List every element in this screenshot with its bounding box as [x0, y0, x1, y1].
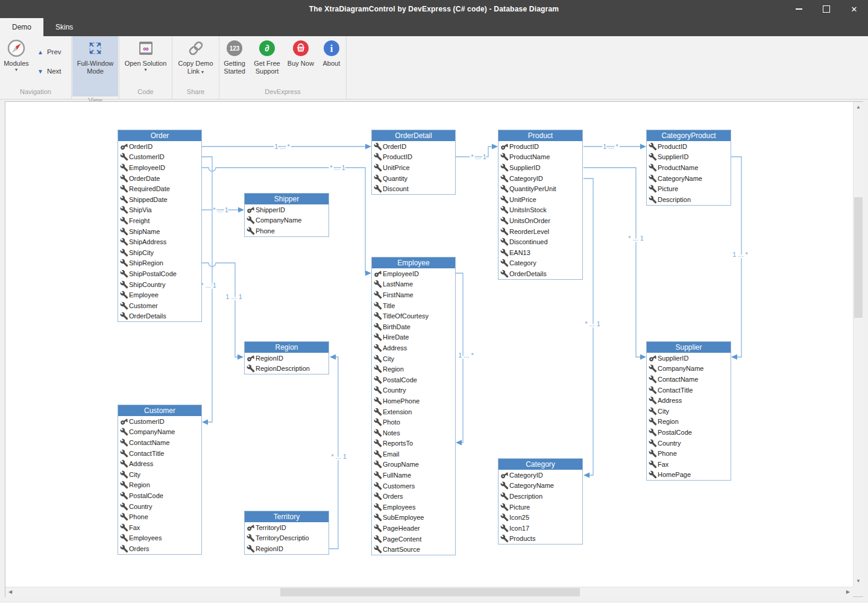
field-row[interactable]: Country [647, 438, 731, 449]
field-row[interactable]: Address [372, 343, 455, 353]
horizontal-scrollbar[interactable]: ◀ ▶ [5, 587, 853, 597]
field-row[interactable]: OrderID [372, 141, 455, 152]
field-row[interactable]: Employee [118, 289, 201, 300]
field-row[interactable]: Region [118, 480, 201, 491]
field-row[interactable]: UnitPrice [498, 194, 582, 205]
field-row[interactable]: ProductID [372, 152, 455, 163]
field-row[interactable]: ContactName [647, 374, 731, 385]
scroll-right-icon[interactable]: ▶ [846, 590, 850, 595]
field-row[interactable]: ShipAddress [118, 236, 201, 247]
entity-table-category[interactable]: CategoryCategoryIDCategoryNameDescriptio… [498, 458, 583, 545]
field-row[interactable]: QuantityPerUnit [498, 183, 582, 194]
entity-table-order[interactable]: OrderOrderIDCustomerIDEmployeeIDOrderDat… [118, 130, 202, 322]
field-row[interactable]: CategoryID [498, 173, 582, 184]
field-row[interactable]: Region [372, 364, 455, 374]
field-row[interactable]: PostalCode [118, 490, 201, 501]
field-row[interactable]: City [372, 353, 455, 364]
field-row[interactable]: UnitsOnOrder [498, 215, 582, 226]
field-row[interactable]: Photo [372, 417, 455, 428]
field-row[interactable]: ShippedDate [118, 194, 201, 205]
field-row[interactable]: OrderID [118, 141, 201, 152]
field-row[interactable]: Customer [118, 300, 201, 311]
field-row[interactable]: Region [647, 417, 731, 428]
vertical-scrollbar[interactable]: ▲ ▼ [853, 102, 863, 587]
field-row[interactable]: PostalCode [647, 427, 731, 438]
field-row[interactable]: CompanyName [647, 364, 731, 374]
field-row[interactable]: HomePhone [372, 396, 455, 406]
field-row[interactable]: Address [647, 395, 731, 406]
field-row[interactable]: TerritoryID [245, 522, 329, 533]
table-header[interactable]: Supplier [647, 342, 731, 353]
field-row[interactable]: Orders [372, 491, 455, 502]
field-row[interactable]: Icon17 [498, 523, 582, 534]
field-row[interactable]: RegionDescription [245, 364, 329, 374]
field-row[interactable]: Notes [372, 428, 455, 438]
table-header[interactable]: Order [118, 130, 201, 141]
field-row[interactable]: Picture [498, 502, 582, 513]
field-row[interactable]: RegionID [245, 543, 329, 554]
vertical-scroll-thumb[interactable] [854, 197, 863, 318]
field-row[interactable]: City [118, 469, 201, 480]
field-row[interactable]: FirstName [372, 289, 455, 300]
field-row[interactable]: EmployeeID [372, 268, 455, 279]
field-row[interactable]: CompanyName [118, 427, 201, 438]
field-row[interactable]: Employees [372, 502, 455, 513]
field-row[interactable]: SupplierID [647, 152, 731, 163]
scroll-down-icon[interactable]: ▼ [856, 579, 861, 584]
field-row[interactable]: Extension [372, 406, 455, 417]
field-row[interactable]: ShipPostalCode [118, 268, 201, 279]
field-row[interactable]: UnitsInStock [498, 205, 582, 216]
field-row[interactable]: Description [647, 194, 731, 205]
field-row[interactable]: CompanyName [245, 215, 329, 226]
field-row[interactable]: Email [372, 449, 455, 459]
field-row[interactable]: Quantity [372, 173, 455, 184]
field-row[interactable]: HomePage [647, 470, 731, 481]
field-row[interactable]: OrderDetails [498, 268, 582, 279]
entity-table-region[interactable]: RegionRegionIDRegionDescription [244, 341, 329, 374]
field-row[interactable]: FullName [372, 470, 455, 481]
field-row[interactable]: ShipRegion [118, 258, 201, 269]
field-row[interactable]: RequiredDate [118, 183, 201, 194]
field-row[interactable]: CustomerID [118, 416, 201, 427]
entity-table-employee[interactable]: EmployeeEmployeeIDLastNameFirstNameTitle… [371, 257, 456, 555]
table-header[interactable]: Customer [118, 405, 201, 416]
connector-product-supplier[interactable] [583, 168, 640, 357]
field-row[interactable]: PostalCode [372, 374, 455, 385]
field-row[interactable]: Orders [118, 543, 201, 554]
scroll-left-icon[interactable]: ◀ [8, 590, 12, 595]
connector-order-customer[interactable] [202, 157, 212, 422]
field-row[interactable]: PageContent [372, 534, 455, 545]
field-row[interactable]: Phone [118, 511, 201, 522]
field-row[interactable]: CategoryID [498, 470, 582, 481]
field-row[interactable]: TitleOfCourtesy [372, 311, 455, 321]
field-row[interactable]: Description [498, 491, 582, 502]
field-row[interactable]: Icon25 [498, 512, 582, 523]
field-row[interactable]: City [647, 406, 731, 417]
field-row[interactable]: Country [118, 501, 201, 512]
entity-table-categoryproduct[interactable]: CategoryProductProductIDSupplierIDProduc… [646, 130, 731, 206]
table-header[interactable]: Category [498, 459, 582, 470]
field-row[interactable]: Employees [118, 533, 201, 544]
field-row[interactable]: EmployeeID [118, 162, 201, 173]
field-row[interactable]: OrderDetails [118, 311, 201, 322]
field-row[interactable]: GroupName [372, 459, 455, 470]
table-header[interactable]: OrderDetail [372, 130, 455, 141]
field-row[interactable]: Discontinued [498, 236, 582, 247]
field-row[interactable]: Phone [245, 226, 329, 236]
field-row[interactable]: ReportsTo [372, 438, 455, 449]
table-header[interactable]: Employee [372, 257, 455, 268]
table-header[interactable]: Region [245, 342, 329, 353]
field-row[interactable]: ShipperID [245, 204, 329, 215]
scroll-up-icon[interactable]: ▲ [856, 105, 861, 110]
field-row[interactable]: ChartSource [372, 544, 455, 555]
field-row[interactable]: ShipVia [118, 205, 201, 216]
field-row[interactable]: ShipCity [118, 247, 201, 258]
field-row[interactable]: EAN13 [498, 247, 582, 258]
field-row[interactable]: Discount [372, 183, 455, 194]
table-header[interactable]: CategoryProduct [647, 130, 731, 141]
field-row[interactable]: Picture [647, 183, 731, 194]
field-row[interactable]: OrderDate [118, 173, 201, 184]
field-row[interactable]: Customers [372, 481, 455, 491]
field-row[interactable]: Category [498, 258, 582, 269]
field-row[interactable]: ContactTitle [647, 385, 731, 396]
